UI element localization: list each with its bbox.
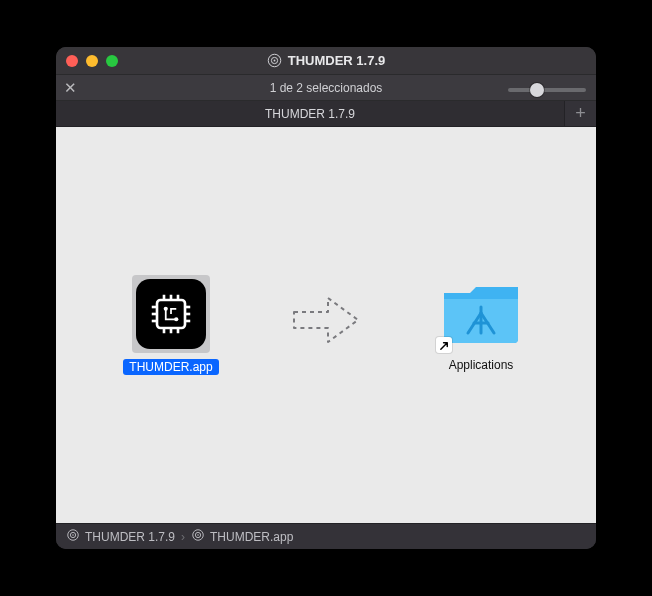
applications-folder-icon: [438, 277, 524, 351]
svg-point-0: [268, 54, 281, 67]
alias-arrow-icon: [436, 337, 452, 353]
applications-item[interactable]: Applications: [426, 277, 536, 373]
breadcrumb-leaf[interactable]: THUMDER.app: [191, 528, 293, 545]
close-window-button[interactable]: [66, 55, 78, 67]
app-icon: [136, 279, 206, 349]
traffic-lights: [66, 55, 118, 67]
app-icon-wrap: [132, 275, 210, 353]
breadcrumb-root-label: THUMDER 1.7.9: [85, 530, 175, 544]
svg-point-1: [271, 57, 277, 63]
titlebar: THUMDER 1.7.9: [56, 47, 596, 75]
svg-point-24: [72, 534, 74, 536]
breadcrumb-root[interactable]: THUMDER 1.7.9: [66, 528, 175, 545]
icon-size-slider[interactable]: [508, 80, 586, 96]
zoom-window-button[interactable]: [106, 55, 118, 67]
close-toolbar-button[interactable]: ✕: [64, 80, 77, 95]
drag-arrow-icon: [286, 292, 366, 348]
tab-bar: THUMDER 1.7.9 +: [56, 101, 596, 127]
window-title: THUMDER 1.7.9: [288, 53, 386, 68]
new-tab-button[interactable]: +: [564, 101, 596, 126]
app-item[interactable]: THUMDER.app: [116, 275, 226, 375]
toolbar: ✕ 1 de 2 seleccionados: [56, 75, 596, 101]
breadcrumb-leaf-label: THUMDER.app: [210, 530, 293, 544]
finder-window: THUMDER 1.7.9 ✕ 1 de 2 seleccionados THU…: [56, 47, 596, 549]
path-bar: THUMDER 1.7.9 › THUMDER.app: [56, 523, 596, 549]
dmg-layout: THUMDER.app: [56, 127, 596, 523]
applications-item-label: Applications: [443, 357, 520, 373]
volume-icon: [267, 53, 282, 68]
svg-point-27: [197, 534, 199, 536]
breadcrumb-separator: ›: [181, 530, 185, 544]
tab-active[interactable]: THUMDER 1.7.9: [56, 101, 564, 126]
svg-point-2: [273, 60, 275, 62]
volume-icon: [66, 528, 80, 545]
content-area[interactable]: THUMDER.app: [56, 127, 596, 523]
minimize-window-button[interactable]: [86, 55, 98, 67]
app-item-label: THUMDER.app: [123, 359, 218, 375]
tab-label: THUMDER 1.7.9: [265, 107, 355, 121]
app-mini-icon: [191, 528, 205, 545]
